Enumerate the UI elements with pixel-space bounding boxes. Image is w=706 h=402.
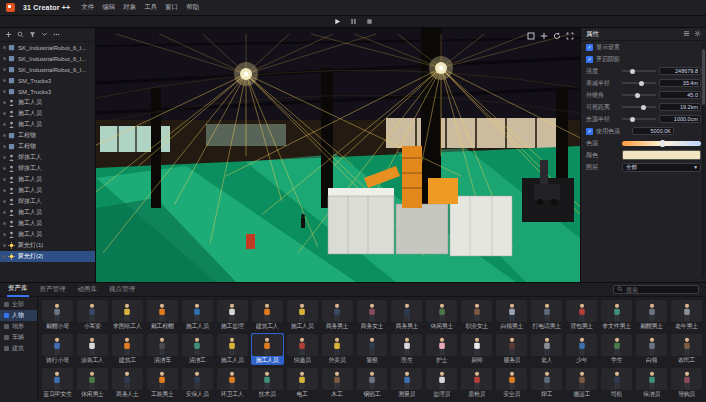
asset-card[interactable]: 施工人员	[286, 299, 319, 331]
layer-dropdown[interactable]: 全部▾	[622, 163, 701, 172]
properties-scrollbar[interactable]	[702, 43, 705, 278]
tab-资产管理[interactable]: 资产管理	[39, 283, 67, 296]
prop-value[interactable]: 19.2km	[659, 103, 701, 111]
visibility-toggle-icon[interactable]	[3, 189, 6, 192]
asset-card[interactable]: 搬运工	[565, 367, 598, 399]
menu-icon[interactable]	[683, 30, 690, 38]
slider-knob[interactable]	[660, 140, 665, 147]
prop-value[interactable]: 5000.0K	[632, 127, 674, 135]
menu-item[interactable]: 帮助	[183, 3, 202, 12]
category-全部[interactable]: 全部	[0, 299, 37, 310]
tab-资产库[interactable]: 资产库	[7, 282, 29, 297]
visibility-toggle-icon[interactable]	[3, 145, 6, 148]
asset-card[interactable]: 监理员	[425, 367, 458, 399]
asset-card[interactable]: 清洁车	[146, 333, 179, 365]
asset-card[interactable]: 施工人员	[216, 333, 249, 365]
slider-knob[interactable]	[641, 105, 646, 110]
asset-card[interactable]: 工装男士	[146, 367, 179, 399]
asset-card[interactable]: 外卖员	[321, 333, 354, 365]
category-地形[interactable]: 地形	[0, 321, 37, 332]
asset-card[interactable]: 护士	[425, 333, 458, 365]
asset-card[interactable]: 老人	[530, 333, 563, 365]
prop-value[interactable]: 45.0	[659, 91, 701, 99]
asset-card[interactable]: 背包男士	[565, 299, 598, 331]
asset-search[interactable]	[613, 285, 699, 294]
asset-card[interactable]: 商务人士	[111, 367, 144, 399]
search-input[interactable]	[626, 287, 696, 293]
tree-item[interactable]: 工程物	[0, 141, 95, 152]
asset-card[interactable]: 拿文件男士	[600, 299, 633, 331]
asset-card[interactable]: 建筑工	[111, 333, 144, 365]
move-icon[interactable]	[540, 32, 548, 41]
visibility-toggle-icon[interactable]	[3, 167, 6, 170]
tree-item[interactable]: 聚光灯(1)	[0, 240, 95, 251]
asset-card[interactable]: 安全员	[495, 367, 528, 399]
asset-card[interactable]: 商务女士	[356, 299, 389, 331]
collapse-icon[interactable]	[41, 31, 48, 39]
asset-card[interactable]: 戴帽男士	[635, 299, 668, 331]
asset-card[interactable]: 电工	[286, 367, 319, 399]
asset-card[interactable]: 农民工	[670, 333, 703, 365]
asset-card[interactable]: 清洁工	[181, 333, 214, 365]
checkbox[interactable]: ✓	[586, 44, 593, 51]
asset-card[interactable]: 职业女士	[460, 299, 493, 331]
asset-card[interactable]: 老年男士	[670, 299, 703, 331]
prop-slider[interactable]	[622, 106, 656, 108]
prop-slider[interactable]	[622, 70, 656, 72]
asset-card[interactable]: 拿图纸工人	[111, 299, 144, 331]
gear-icon[interactable]	[694, 30, 701, 38]
visibility-toggle-icon[interactable]	[3, 68, 6, 71]
asset-card[interactable]: 商务男士	[390, 299, 423, 331]
visibility-toggle-icon[interactable]	[3, 200, 6, 203]
asset-card[interactable]: 焊工	[530, 367, 563, 399]
visibility-toggle-icon[interactable]	[3, 123, 6, 126]
asset-card[interactable]: 骑行小哥	[41, 333, 74, 365]
asset-card[interactable]: 警察	[356, 333, 389, 365]
tree-item[interactable]: SM_Trucks3	[0, 75, 95, 86]
visibility-toggle-icon[interactable]	[3, 46, 6, 49]
asset-card[interactable]: 戴帽小哥	[41, 299, 74, 331]
tree-item[interactable]: 施工人员	[0, 174, 95, 185]
category-建筑[interactable]: 建筑	[0, 343, 37, 354]
asset-card[interactable]: 医生	[390, 333, 423, 365]
tab-视点管理[interactable]: 视点管理	[108, 283, 136, 296]
slider-knob[interactable]	[635, 93, 640, 98]
viewport[interactable]	[96, 28, 580, 282]
asset-card[interactable]: 木工	[321, 367, 354, 399]
search-icon[interactable]	[17, 31, 24, 39]
asset-card[interactable]: 戴工程帽	[146, 299, 179, 331]
tree-item[interactable]: 焊接工人	[0, 152, 95, 163]
asset-card[interactable]: 环卫工人	[216, 367, 249, 399]
tree-item[interactable]: 施工人员	[0, 97, 95, 108]
asset-card[interactable]: 钢筋工	[356, 367, 389, 399]
asset-card[interactable]: 质检员	[460, 367, 493, 399]
visibility-toggle-icon[interactable]	[3, 222, 6, 225]
asset-card[interactable]: 休闲男士	[425, 299, 458, 331]
color-swatch[interactable]	[622, 150, 701, 160]
visibility-toggle-icon[interactable]	[3, 112, 6, 115]
asset-card[interactable]: 白领男士	[495, 299, 528, 331]
tree-item[interactable]: 施工人员	[0, 229, 95, 240]
tree-item[interactable]: 焊接工人	[0, 163, 95, 174]
asset-card[interactable]: 休闲男士	[76, 367, 109, 399]
asset-card[interactable]: 小军姿	[76, 299, 109, 331]
asset-card[interactable]: 打电话男士	[530, 299, 563, 331]
fullscreen-icon[interactable]	[566, 32, 574, 41]
tree-item[interactable]: 施工人员	[0, 218, 95, 229]
visibility-toggle-icon[interactable]	[3, 90, 6, 93]
visibility-toggle-icon[interactable]	[3, 178, 6, 181]
tree-item[interactable]: 施工人员	[0, 207, 95, 218]
checkbox[interactable]: ✓	[586, 128, 593, 135]
asset-card[interactable]: 商务男士	[321, 299, 354, 331]
prop-value[interactable]: 248679.8	[659, 67, 701, 75]
tree-item[interactable]: 工程物	[0, 130, 95, 141]
slider-knob[interactable]	[630, 117, 635, 122]
asset-card[interactable]: 蓝马甲女生	[41, 367, 74, 399]
rotate-icon[interactable]	[553, 32, 561, 41]
tree-item[interactable]: 施工人员	[0, 119, 95, 130]
visibility-toggle-icon[interactable]	[3, 79, 6, 82]
asset-card[interactable]: 司机	[600, 367, 633, 399]
asset-card[interactable]: 快递员	[286, 333, 319, 365]
viewport-canvas[interactable]	[96, 28, 580, 282]
prop-slider[interactable]	[622, 118, 656, 120]
